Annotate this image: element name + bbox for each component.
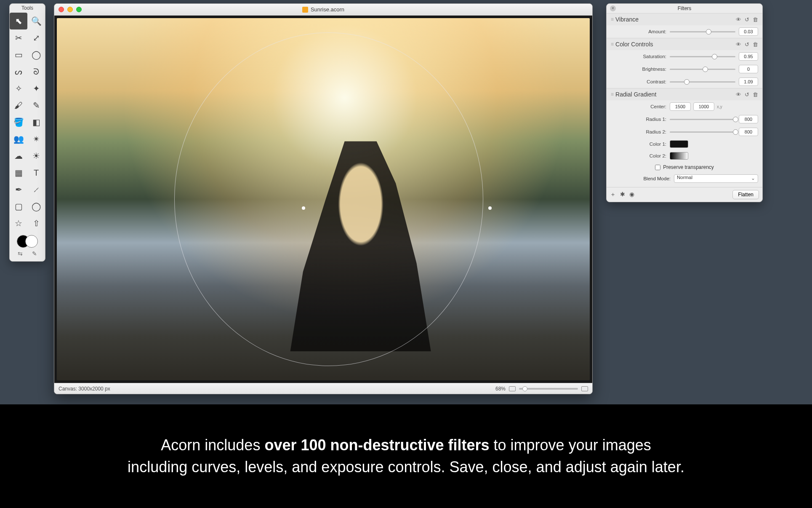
- radius1-slider[interactable]: [670, 119, 735, 120]
- saturation-slider[interactable]: [670, 56, 735, 57]
- reset-icon[interactable]: ↺: [745, 16, 749, 23]
- tool-move[interactable]: ⬉: [10, 13, 27, 29]
- param-label: Contrast:: [607, 79, 670, 84]
- saturation-value[interactable]: 0.95: [739, 52, 758, 61]
- tool-burn[interactable]: ✴: [27, 131, 45, 147]
- tool-sun[interactable]: ☀: [27, 147, 45, 164]
- filter-section-color-controls[interactable]: ≡ Color Controls 👁 ↺ 🗑: [607, 38, 762, 50]
- tool-swatch-grid[interactable]: ▦: [10, 164, 27, 181]
- visibility-icon[interactable]: 👁: [736, 91, 741, 98]
- blend-mode-label: Blend Mode:: [611, 176, 674, 181]
- tool-ellipse[interactable]: ◯: [27, 198, 45, 215]
- canvas[interactable]: [54, 16, 592, 383]
- close-icon[interactable]: [59, 7, 64, 12]
- tool-marquee-ellipse[interactable]: ◯: [27, 46, 45, 63]
- preserve-transparency-checkbox[interactable]: [655, 165, 660, 170]
- radius1-value[interactable]: 800: [739, 115, 758, 123]
- tool-marquee-rect[interactable]: ▭: [10, 46, 27, 63]
- tool-shape-select[interactable]: ᘐ: [27, 63, 45, 80]
- tool-zoom[interactable]: 🔍: [27, 13, 45, 29]
- image-content: [57, 18, 590, 380]
- tools-palette: Tools ⬉🔍✂⤢▭◯ᔕᘐ✧✦🖌✎🪣◧👥✴☁☀▦T✒⟋▢◯☆⇧ ⇆ ✎: [9, 3, 45, 262]
- tool-star[interactable]: ☆: [10, 215, 27, 232]
- promo-banner: Acorn includes over 100 non-destructive …: [0, 404, 812, 508]
- filter-section-vibrance[interactable]: ≡ Vibrance 👁 ↺ 🗑: [607, 13, 762, 25]
- zoom-icon[interactable]: [76, 7, 82, 12]
- promo-text: to improve your images: [490, 436, 651, 454]
- color2-well[interactable]: [670, 152, 688, 160]
- drag-handle-icon[interactable]: ≡: [611, 16, 613, 22]
- param-label: Center:: [607, 104, 670, 109]
- preserve-transparency-label: Preserve transparency: [663, 164, 714, 170]
- tool-pen[interactable]: ✒: [10, 181, 27, 198]
- zoom-slider[interactable]: [519, 388, 578, 390]
- color1-well[interactable]: [670, 140, 688, 148]
- section-name: Vibrance: [615, 16, 736, 23]
- swap-colors-icon[interactable]: ⇆: [18, 250, 23, 257]
- reset-icon[interactable]: ↺: [745, 91, 749, 98]
- contrast-slider[interactable]: [670, 81, 735, 83]
- document-icon: [302, 7, 308, 13]
- tool-crop[interactable]: ✂: [10, 29, 27, 46]
- tool-arrow[interactable]: ⇧: [27, 215, 45, 232]
- filters-palette: × Filters ≡ Vibrance 👁 ↺ 🗑 Amount: 0.03 …: [606, 3, 763, 202]
- gradient-edge-handle[interactable]: [488, 206, 492, 210]
- preview-icon[interactable]: ◉: [629, 191, 634, 198]
- document-title: Sunrise.acorn: [311, 6, 344, 13]
- blend-mode-select[interactable]: Normal: [674, 174, 758, 183]
- titlebar: Sunrise.acorn: [54, 4, 592, 16]
- reset-icon[interactable]: ↺: [745, 41, 749, 48]
- document-window: Sunrise.acorn Canvas: 3000x2000 px 68%: [54, 3, 593, 394]
- param-label: Amount:: [607, 29, 670, 34]
- flatten-button[interactable]: Flatten: [732, 190, 759, 199]
- canvas-dimensions: Canvas: 3000x2000 px: [59, 386, 110, 392]
- visibility-icon[interactable]: 👁: [736, 16, 741, 23]
- contrast-value[interactable]: 1.09: [739, 78, 758, 86]
- center-x-value[interactable]: 1500: [670, 102, 691, 111]
- tool-line[interactable]: ⟋: [27, 181, 45, 198]
- tool-magic-wand[interactable]: ✧: [10, 80, 27, 97]
- fullscreen-icon[interactable]: [581, 386, 588, 391]
- trash-icon[interactable]: 🗑: [753, 91, 758, 98]
- visibility-icon[interactable]: 👁: [736, 41, 741, 48]
- promo-text: including curves, levels, and exposure c…: [128, 456, 684, 478]
- amount-value[interactable]: 0.03: [739, 27, 758, 36]
- eyedropper-icon[interactable]: ✎: [32, 250, 37, 257]
- tool-clone[interactable]: 👥: [10, 131, 27, 147]
- param-label: Color 2:: [607, 153, 670, 158]
- drag-handle-icon[interactable]: ≡: [611, 91, 613, 97]
- tool-lasso[interactable]: ᔕ: [10, 63, 27, 80]
- trash-icon[interactable]: 🗑: [753, 41, 758, 48]
- add-filter-icon[interactable]: ＋: [610, 191, 616, 198]
- background-color[interactable]: [25, 235, 38, 248]
- brightness-slider[interactable]: [670, 69, 735, 70]
- param-label: Saturation:: [607, 54, 670, 59]
- tools-title: Tools: [10, 4, 45, 13]
- tool-quick-select[interactable]: ✦: [27, 80, 45, 97]
- center-y-value[interactable]: 1000: [693, 102, 714, 111]
- drag-handle-icon[interactable]: ≡: [611, 41, 613, 47]
- minimize-icon[interactable]: [67, 7, 73, 12]
- tool-rect[interactable]: ▢: [10, 198, 27, 215]
- fit-screen-icon[interactable]: [509, 386, 516, 391]
- param-label: Radius 1:: [607, 117, 670, 122]
- tool-gradient[interactable]: ◧: [27, 114, 45, 131]
- tool-text[interactable]: T: [27, 164, 45, 181]
- gear-icon[interactable]: ✱: [620, 191, 625, 198]
- section-name: Radial Gradient: [615, 91, 736, 98]
- tool-fill[interactable]: 🪣: [10, 114, 27, 131]
- tool-brush[interactable]: 🖌: [10, 97, 27, 114]
- amount-slider[interactable]: [670, 31, 735, 32]
- close-icon[interactable]: ×: [610, 5, 616, 11]
- tool-expand[interactable]: ⤢: [27, 29, 45, 46]
- param-label: Brightness:: [607, 67, 670, 72]
- radius2-value[interactable]: 800: [739, 128, 758, 136]
- trash-icon[interactable]: 🗑: [753, 16, 758, 23]
- tool-dodge[interactable]: ☁: [10, 147, 27, 164]
- param-label: Radius 2:: [607, 129, 670, 134]
- tool-pencil[interactable]: ✎: [27, 97, 45, 114]
- radius2-slider[interactable]: [670, 131, 735, 133]
- filter-section-radial-gradient[interactable]: ≡ Radial Gradient 👁 ↺ 🗑: [607, 88, 762, 100]
- radial-gradient-guide[interactable]: [174, 32, 483, 366]
- brightness-value[interactable]: 0: [739, 65, 758, 73]
